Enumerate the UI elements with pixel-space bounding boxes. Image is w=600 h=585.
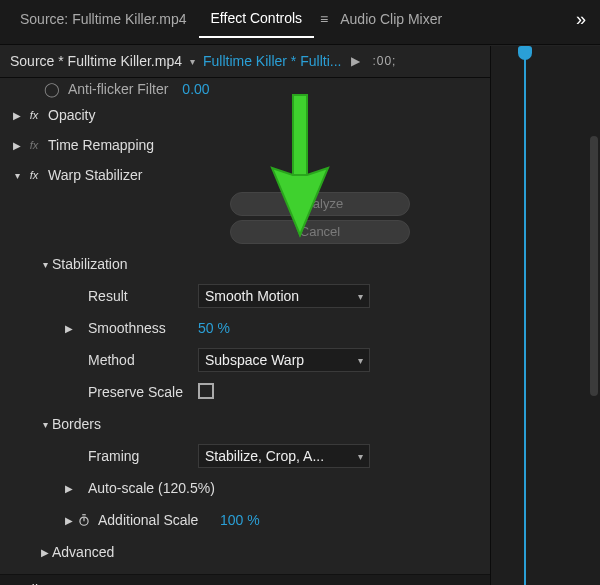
- analyze-button: Analyze: [230, 192, 410, 216]
- chevron-down-icon[interactable]: ▾: [10, 170, 24, 181]
- anti-flicker-value[interactable]: 0.00: [182, 81, 209, 97]
- chevron-right-icon[interactable]: ▶: [10, 140, 24, 151]
- playhead-handle-icon[interactable]: [518, 46, 532, 60]
- prop-label: Preserve Scale: [88, 384, 198, 400]
- dropdown-value: Stabilize, Crop, A...: [205, 448, 324, 464]
- tab-source[interactable]: Source: Fulltime Killer.mp4: [8, 0, 199, 38]
- fx-badge-icon[interactable]: fx: [24, 109, 44, 121]
- chevron-right-icon[interactable]: ▶: [10, 110, 24, 121]
- section-label: Audio: [10, 582, 46, 586]
- chevron-down-icon: ▾: [358, 451, 363, 462]
- chevron-right-icon[interactable]: ▶: [62, 323, 76, 334]
- fx-badge-icon[interactable]: fx: [24, 169, 44, 181]
- method-dropdown[interactable]: Subspace Warp ▾: [198, 348, 370, 372]
- vertical-scrollbar[interactable]: [590, 126, 598, 546]
- chevron-down-icon[interactable]: ▾: [190, 56, 195, 67]
- prop-label: Method: [88, 352, 198, 368]
- preserve-scale-checkbox[interactable]: [198, 383, 214, 399]
- breadcrumb-clip[interactable]: Fulltime Killer * Fullti...: [203, 53, 341, 69]
- prop-label: Framing: [88, 448, 198, 464]
- smoothness-value[interactable]: 50 %: [198, 320, 230, 336]
- chevron-right-icon[interactable]: ▶: [62, 483, 76, 494]
- dropdown-value: Smooth Motion: [205, 288, 299, 304]
- group-label: Advanced: [52, 544, 192, 560]
- effect-label: Warp Stabilizer: [44, 167, 142, 183]
- prop-label: Auto-scale (120.5%): [88, 480, 228, 496]
- prop-label: Result: [88, 288, 198, 304]
- result-dropdown[interactable]: Smooth Motion ▾: [198, 284, 370, 308]
- framing-dropdown[interactable]: Stabilize, Crop, A... ▾: [198, 444, 370, 468]
- scrollbar-thumb[interactable]: [590, 136, 598, 396]
- panel-menu-icon[interactable]: ≡: [320, 11, 328, 27]
- prop-label: Smoothness: [88, 320, 198, 336]
- tab-effect-controls[interactable]: Effect Controls: [199, 0, 315, 38]
- group-label: Stabilization: [52, 256, 192, 272]
- chevron-right-icon[interactable]: ▶: [62, 515, 76, 526]
- chevron-down-icon[interactable]: ▾: [38, 419, 52, 430]
- breadcrumb-source[interactable]: Source * Fulltime Killer.mp4: [10, 53, 182, 69]
- timeline-strip[interactable]: [490, 46, 600, 585]
- fx-badge-icon[interactable]: fx: [24, 139, 44, 151]
- dropdown-value: Subspace Warp: [205, 352, 304, 368]
- panel-tabbar: Source: Fulltime Killer.mp4 Effect Contr…: [0, 0, 600, 38]
- tab-audio-clip-mixer[interactable]: Audio Clip Mixer: [328, 0, 454, 38]
- stopwatch-icon[interactable]: [76, 512, 92, 528]
- prop-label: Additional Scale: [98, 512, 220, 528]
- timecode: :00;: [372, 54, 396, 68]
- chevron-right-icon[interactable]: ▶: [38, 547, 52, 558]
- effect-label: Opacity: [44, 107, 95, 123]
- overflow-icon[interactable]: »: [570, 9, 592, 30]
- cancel-button: Cancel: [230, 220, 410, 244]
- chevron-down-icon[interactable]: ▾: [38, 259, 52, 270]
- group-label: Borders: [52, 416, 192, 432]
- effect-label: Time Remapping: [44, 137, 154, 153]
- chevron-down-icon: ▾: [358, 355, 363, 366]
- time-ruler[interactable]: [491, 46, 600, 68]
- additional-scale-value[interactable]: 100 %: [220, 512, 260, 528]
- play-icon[interactable]: ▶: [351, 54, 360, 68]
- stopwatch-icon[interactable]: ◯: [44, 81, 64, 97]
- chevron-down-icon: ▾: [358, 291, 363, 302]
- prop-label: Anti-flicker Filter: [64, 81, 168, 97]
- playhead[interactable]: [524, 46, 526, 585]
